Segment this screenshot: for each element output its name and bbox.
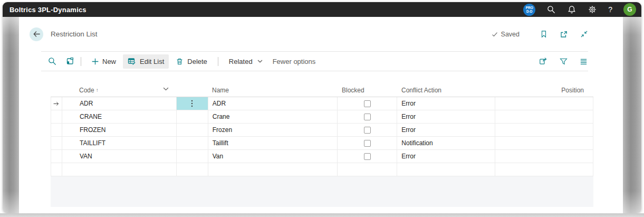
notifications-icon[interactable] [567, 5, 576, 14]
delete-button[interactable]: Delete [171, 54, 212, 69]
current-row-arrow-icon [53, 100, 60, 107]
cell-options-spacer[interactable] [177, 150, 208, 163]
blocked-cell [338, 97, 397, 110]
conflict-action-cell[interactable] [397, 163, 495, 176]
table-footer [51, 176, 593, 207]
fewer-options-button[interactable]: Fewer options [273, 58, 316, 65]
code-cell[interactable]: CRANE [62, 110, 177, 123]
name-cell[interactable]: ADR [208, 97, 338, 110]
position-cell[interactable] [495, 137, 593, 149]
blocked-cell [338, 137, 397, 149]
column-menu-chevron-icon[interactable] [163, 87, 169, 91]
collapse-icon[interactable] [580, 30, 588, 39]
new-button-label: New [102, 58, 116, 65]
content-row: Restriction List Saved [3, 17, 641, 213]
bookmark-icon[interactable] [540, 30, 548, 39]
trash-icon [176, 58, 184, 65]
conflict-action-cell[interactable]: Error [397, 97, 495, 110]
blocked-checkbox[interactable] [364, 140, 371, 147]
blocked-checkbox[interactable] [364, 114, 371, 120]
page-header-actions: Saved [492, 30, 588, 39]
environment-badge-line1: PRO [526, 6, 533, 10]
edit-list-button[interactable]: Edit List [123, 54, 169, 69]
restriction-table: Code ↑ Name Blocked Conflict Action Posi… [51, 83, 593, 176]
settings-icon[interactable] [588, 5, 597, 14]
blocked-checkbox[interactable] [364, 153, 371, 160]
blocked-cell [338, 150, 397, 163]
cell-options-button[interactable] [177, 97, 208, 110]
header-row-selector [51, 83, 62, 97]
column-header-conflict-action[interactable]: Conflict Action [397, 83, 495, 97]
table-row-empty [51, 163, 593, 176]
table-row: CRANE Crane Error [51, 110, 593, 124]
code-cell[interactable]: TAILLIFT [62, 137, 177, 149]
column-header-name[interactable]: Name [208, 83, 338, 97]
table-header-row: Code ↑ Name Blocked Conflict Action Posi… [51, 83, 593, 97]
code-cell[interactable] [62, 163, 177, 176]
row-selector-cell[interactable] [51, 150, 62, 163]
taskbar-strip [0, 213, 644, 217]
new-button[interactable]: New [87, 54, 121, 69]
environment-badge-line2: D-D [526, 10, 533, 14]
column-header-code[interactable]: Code ↑ [62, 83, 176, 97]
position-cell[interactable] [495, 97, 593, 110]
save-status: Saved [492, 31, 520, 38]
blocked-checkbox[interactable] [364, 127, 371, 134]
cell-options-spacer[interactable] [177, 110, 208, 123]
row-selector-cell[interactable] [51, 163, 62, 176]
position-cell[interactable] [495, 124, 593, 136]
code-cell[interactable]: ADR [62, 97, 177, 110]
search-list-icon[interactable] [47, 56, 57, 66]
plus-icon [92, 58, 99, 65]
analyze-icon[interactable] [65, 56, 75, 66]
avatar[interactable]: G [623, 3, 636, 16]
name-cell[interactable]: Crane [208, 110, 338, 123]
conflict-action-cell[interactable]: Error [397, 124, 495, 136]
position-cell[interactable] [495, 150, 593, 163]
column-header-position[interactable]: Position [495, 83, 593, 97]
checkmark-icon [492, 31, 498, 37]
search-icon[interactable] [546, 5, 556, 14]
view-options-icon[interactable] [579, 56, 588, 66]
code-cell[interactable]: VAN [62, 150, 177, 163]
blocked-cell [338, 110, 397, 123]
conflict-action-cell[interactable]: Error [397, 150, 495, 163]
app-window: Boltrics 3PL-Dynamics PRO D-D ? G [3, 2, 641, 213]
share-icon[interactable] [539, 56, 548, 66]
edit-list-button-label: Edit List [140, 58, 164, 65]
open-in-new-window-icon[interactable] [560, 30, 568, 39]
blocked-checkbox[interactable] [364, 100, 371, 107]
table-row: ADR ADR Error [51, 97, 593, 110]
code-cell[interactable]: FROZEN [62, 124, 177, 136]
conflict-action-cell[interactable]: Notification [397, 137, 495, 149]
column-header-blocked[interactable]: Blocked [338, 83, 397, 97]
help-icon[interactable]: ? [608, 5, 612, 14]
cell-options-spacer[interactable] [177, 124, 208, 136]
ellipsis-icon [191, 100, 193, 107]
table-row: FROZEN Frozen Error [51, 124, 593, 137]
blocked-cell[interactable] [338, 163, 397, 176]
row-selector-cell[interactable] [51, 97, 62, 110]
related-menu-label: Related [229, 58, 253, 65]
table-row: TAILLIFT Taillift Notification [51, 137, 593, 150]
related-menu-button[interactable]: Related [224, 54, 267, 69]
name-cell[interactable]: Taillift [208, 137, 338, 149]
name-cell[interactable] [208, 163, 338, 176]
filter-icon[interactable] [559, 56, 568, 66]
chevron-down-icon [257, 60, 263, 63]
position-cell[interactable] [495, 110, 593, 123]
conflict-action-cell[interactable]: Error [397, 110, 495, 123]
environment-badge[interactable]: PRO D-D [523, 4, 535, 16]
row-selector-cell[interactable] [51, 137, 62, 149]
cell-options-spacer[interactable] [177, 163, 208, 176]
position-cell[interactable] [495, 163, 593, 176]
name-cell[interactable]: Frozen [208, 124, 338, 136]
back-button[interactable] [30, 27, 43, 41]
row-selector-cell[interactable] [51, 110, 62, 123]
name-cell[interactable]: Van [208, 150, 338, 163]
delete-button-label: Delete [187, 58, 207, 65]
toolbar-separator [41, 71, 588, 71]
row-selector-cell[interactable] [51, 124, 62, 136]
background-left [3, 17, 19, 213]
cell-options-spacer[interactable] [177, 137, 208, 149]
